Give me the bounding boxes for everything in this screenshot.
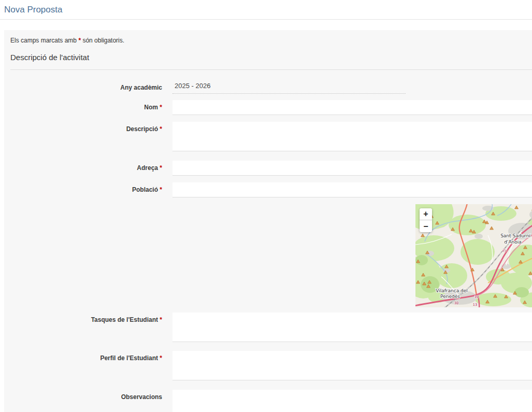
- name-input[interactable]: [172, 100, 532, 115]
- name-label: Nom *: [4, 100, 172, 115]
- student-profile-label: Perfil de l'Estudiant *: [4, 351, 172, 380]
- town-label-line: Sant Sadurní: [500, 233, 530, 238]
- form-row-map: Sant Sadurní d'Anoia Vilafranca del Pene…: [4, 204, 532, 307]
- form-row-address: Adreça *: [4, 161, 532, 176]
- road-ref: 13: [473, 303, 477, 307]
- town-label-line: Penedès: [440, 294, 460, 299]
- map-label-spacer: [4, 204, 172, 307]
- academic-year-label: Any acadèmic: [4, 80, 172, 94]
- required-asterisk: *: [160, 164, 162, 172]
- required-asterisk: *: [160, 354, 162, 362]
- note-prefix: Els camps marcats amb: [10, 37, 77, 44]
- form-row-description: Descripció *: [4, 122, 532, 151]
- form-row-academic-year: Any acadèmic 2025 - 2026: [4, 80, 532, 94]
- required-asterisk: *: [160, 104, 162, 111]
- academic-year-value: 2025 - 2026: [172, 80, 406, 94]
- student-tasks-textarea[interactable]: [172, 312, 532, 342]
- required-asterisk: *: [160, 186, 162, 193]
- description-label: Descripció *: [4, 122, 172, 151]
- road-ref: 30: [454, 301, 458, 305]
- form-row-town: Població *: [4, 182, 532, 197]
- map-zoom-out-button[interactable]: −: [420, 220, 432, 232]
- map-tiles: Sant Sadurní d'Anoia Vilafranca del Pene…: [415, 204, 532, 307]
- required-asterisk: *: [78, 37, 81, 44]
- town-label: Població *: [4, 182, 172, 197]
- form-row-observations: Observacions: [4, 390, 532, 412]
- student-tasks-label: Tasques de l'Estudiant *: [4, 312, 172, 342]
- location-map[interactable]: Sant Sadurní d'Anoia Vilafranca del Pene…: [415, 204, 532, 307]
- map-zoom-in-button[interactable]: +: [420, 208, 432, 220]
- map-zoom-control: + −: [420, 208, 432, 232]
- student-profile-textarea[interactable]: [172, 351, 532, 380]
- required-asterisk: *: [160, 316, 162, 323]
- page-title: Nova Proposta: [0, 0, 532, 19]
- required-fields-note: Els camps marcats amb * són obligatoris.: [10, 37, 532, 44]
- title-divider: [0, 19, 532, 20]
- note-suffix: són obligatoris.: [82, 37, 124, 44]
- address-input[interactable]: [172, 161, 532, 176]
- required-asterisk: *: [160, 125, 162, 133]
- address-label: Adreça *: [4, 161, 172, 176]
- description-textarea[interactable]: [172, 122, 532, 151]
- form-row-name: Nom *: [4, 100, 532, 115]
- form-panel: Els camps marcats amb * són obligatoris.…: [4, 30, 532, 412]
- observations-label: Observacions: [4, 390, 172, 412]
- form-row-student-tasks: Tasques de l'Estudiant *: [4, 312, 532, 342]
- town-input[interactable]: [172, 182, 532, 197]
- road-ref: 39: [475, 295, 479, 299]
- section-title-activity-description: Descripció de l'activitat: [10, 53, 532, 70]
- form-row-student-profile: Perfil de l'Estudiant *: [4, 351, 532, 380]
- town-label-line: Vilafranca del: [436, 288, 468, 293]
- proposal-form: Any acadèmic 2025 - 2026 Nom * Descripci…: [4, 80, 532, 412]
- observations-textarea[interactable]: [172, 390, 532, 412]
- town-label-line: d'Anoia: [504, 239, 522, 245]
